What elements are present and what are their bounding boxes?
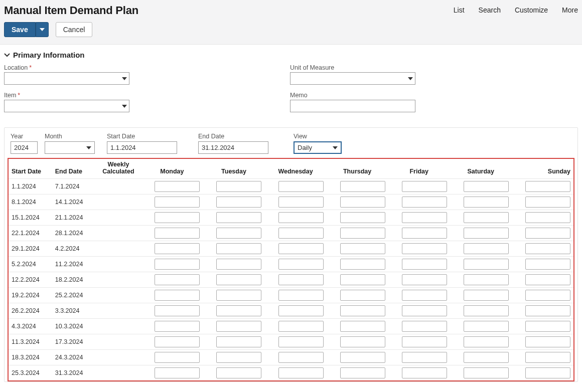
fri-input[interactable] [402, 352, 447, 363]
nav-list[interactable]: List [454, 6, 465, 14]
fri-input[interactable] [402, 321, 447, 332]
thu-input[interactable] [340, 181, 385, 192]
thu-input[interactable] [340, 259, 385, 270]
mon-input[interactable] [155, 321, 200, 332]
tue-input[interactable] [216, 290, 261, 301]
wed-input[interactable] [278, 197, 324, 208]
thu-input[interactable] [340, 305, 385, 316]
tue-input[interactable] [216, 321, 261, 332]
thu-input[interactable] [340, 212, 385, 223]
tue-input[interactable] [216, 336, 261, 347]
year-input[interactable]: 2024 [11, 141, 38, 154]
fri-input[interactable] [402, 367, 447, 378]
mon-input[interactable] [155, 212, 200, 223]
fri-input[interactable] [402, 243, 447, 254]
wed-input[interactable] [278, 305, 324, 316]
sat-input[interactable] [464, 352, 509, 363]
thu-input[interactable] [340, 243, 385, 254]
thu-input[interactable] [340, 336, 385, 347]
fri-input[interactable] [402, 228, 447, 239]
mon-input[interactable] [155, 367, 200, 378]
nav-search[interactable]: Search [479, 6, 501, 14]
sat-input[interactable] [464, 367, 509, 378]
thu-input[interactable] [340, 228, 385, 239]
mon-input[interactable] [155, 197, 200, 208]
fri-input[interactable] [402, 181, 447, 192]
tue-input[interactable] [216, 212, 261, 223]
thu-input[interactable] [340, 352, 385, 363]
mon-input[interactable] [155, 274, 200, 285]
wed-input[interactable] [278, 212, 324, 223]
sun-input[interactable] [525, 197, 570, 208]
mon-input[interactable] [155, 228, 200, 239]
location-select[interactable] [4, 72, 129, 85]
sat-input[interactable] [464, 290, 509, 301]
wed-input[interactable] [278, 367, 324, 378]
fri-input[interactable] [402, 197, 447, 208]
nav-more[interactable]: More [562, 6, 578, 14]
mon-input[interactable] [155, 259, 200, 270]
sun-input[interactable] [525, 274, 570, 285]
mon-input[interactable] [155, 181, 200, 192]
fri-input[interactable] [402, 305, 447, 316]
start-date-input[interactable]: 1.1.2024 [107, 141, 177, 154]
wed-input[interactable] [278, 274, 324, 285]
tue-input[interactable] [216, 197, 261, 208]
tue-input[interactable] [216, 367, 261, 378]
save-dropdown-button[interactable] [36, 22, 49, 37]
memo-input[interactable] [290, 100, 415, 112]
month-select[interactable] [45, 141, 95, 154]
tue-input[interactable] [216, 274, 261, 285]
sun-input[interactable] [525, 321, 570, 332]
thu-input[interactable] [340, 197, 385, 208]
sun-input[interactable] [525, 352, 570, 363]
wed-input[interactable] [278, 259, 324, 270]
fri-input[interactable] [402, 290, 447, 301]
sun-input[interactable] [525, 228, 570, 239]
view-select[interactable]: Daily [294, 141, 342, 154]
sat-input[interactable] [464, 259, 509, 270]
section-toggle-primary[interactable]: Primary Information [4, 51, 578, 59]
sat-input[interactable] [464, 197, 509, 208]
wed-input[interactable] [278, 290, 324, 301]
wed-input[interactable] [278, 181, 324, 192]
sat-input[interactable] [464, 212, 509, 223]
item-select[interactable] [4, 100, 129, 112]
sun-input[interactable] [525, 181, 570, 192]
wed-input[interactable] [278, 243, 324, 254]
sat-input[interactable] [464, 336, 509, 347]
sun-input[interactable] [525, 243, 570, 254]
sun-input[interactable] [525, 305, 570, 316]
nav-customize[interactable]: Customize [515, 6, 548, 14]
sat-input[interactable] [464, 243, 509, 254]
sun-input[interactable] [525, 367, 570, 378]
tue-input[interactable] [216, 305, 261, 316]
cancel-button[interactable]: Cancel [56, 22, 93, 37]
sat-input[interactable] [464, 228, 509, 239]
sat-input[interactable] [464, 274, 509, 285]
sat-input[interactable] [464, 181, 509, 192]
sun-input[interactable] [525, 336, 570, 347]
mon-input[interactable] [155, 290, 200, 301]
mon-input[interactable] [155, 305, 200, 316]
wed-input[interactable] [278, 321, 324, 332]
sun-input[interactable] [525, 212, 570, 223]
mon-input[interactable] [155, 243, 200, 254]
sat-input[interactable] [464, 321, 509, 332]
mon-input[interactable] [155, 336, 200, 347]
uom-select[interactable] [290, 72, 415, 85]
thu-input[interactable] [340, 367, 385, 378]
thu-input[interactable] [340, 321, 385, 332]
fri-input[interactable] [402, 212, 447, 223]
tue-input[interactable] [216, 259, 261, 270]
thu-input[interactable] [340, 274, 385, 285]
wed-input[interactable] [278, 228, 324, 239]
fri-input[interactable] [402, 336, 447, 347]
tue-input[interactable] [216, 228, 261, 239]
sun-input[interactable] [525, 290, 570, 301]
thu-input[interactable] [340, 290, 385, 301]
mon-input[interactable] [155, 352, 200, 363]
end-date-input[interactable]: 31.12.2024 [198, 141, 268, 154]
wed-input[interactable] [278, 336, 324, 347]
tue-input[interactable] [216, 352, 261, 363]
